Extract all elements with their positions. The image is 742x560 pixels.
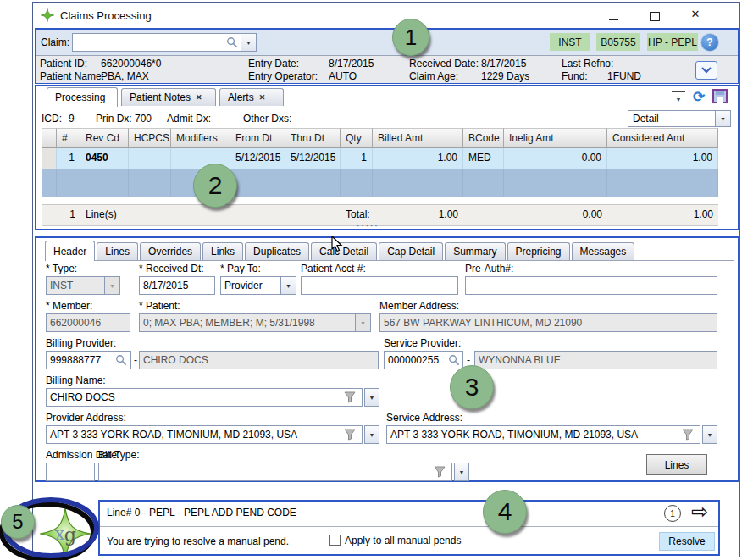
- patient-input[interactable]: [139, 313, 356, 332]
- close-tab-icon[interactable]: ✕: [196, 93, 202, 102]
- close-button[interactable]: ✕: [687, 8, 704, 23]
- minimize-button[interactable]: [606, 8, 623, 23]
- tab-patient-notes[interactable]: Patient Notes✕: [121, 88, 216, 106]
- tab-label: Header: [53, 246, 86, 258]
- claim-input[interactable]: [72, 33, 241, 52]
- row-indicator: [42, 148, 57, 169]
- col-revcd[interactable]: Rev Cd: [80, 128, 129, 148]
- search-icon[interactable]: [115, 354, 127, 366]
- filter-icon[interactable]: [343, 391, 357, 404]
- maximize-button[interactable]: [646, 8, 663, 23]
- col-rowheader[interactable]: [42, 128, 57, 148]
- tab-processing[interactable]: Processing: [47, 87, 118, 107]
- claim-dropdown-button[interactable]: ▼: [241, 33, 257, 52]
- type-dropdown[interactable]: ▼: [105, 276, 120, 295]
- type-input[interactable]: [46, 276, 105, 295]
- admission-date-input[interactable]: [46, 463, 95, 481]
- billing-name-dropdown[interactable]: ▼: [364, 388, 379, 407]
- billing-provider-name-input[interactable]: [139, 351, 379, 369]
- minimize-icon: [609, 19, 618, 20]
- cell-thrudt: 5/12/2015: [285, 148, 341, 169]
- member-input[interactable]: [46, 313, 130, 332]
- type-label: * Type:: [46, 263, 77, 274]
- tab-duplicates[interactable]: Duplicates: [245, 242, 309, 260]
- next-pend-arrow-icon[interactable]: ⇨: [691, 502, 708, 522]
- pay-to-input[interactable]: [220, 276, 281, 295]
- tab-calc-detail[interactable]: Calc Detail: [311, 242, 377, 260]
- tab-lines[interactable]: Lines: [97, 242, 138, 260]
- col-num[interactable]: #: [57, 128, 80, 148]
- chevron-down-icon: ▼: [707, 432, 713, 438]
- service-provider-name-input[interactable]: [474, 351, 717, 369]
- grid-footer-row: 1 Line(s) Total: 1.00 0.00 1.00: [42, 204, 718, 226]
- provider-address-dropdown[interactable]: ▼: [364, 425, 379, 444]
- resolve-button[interactable]: Resolve: [659, 532, 715, 551]
- patient-acct-input[interactable]: [301, 276, 458, 295]
- col-qty[interactable]: Qty: [341, 128, 373, 148]
- patient-dropdown[interactable]: ▼: [356, 313, 371, 332]
- entry-operator-value: AUTO: [329, 70, 357, 82]
- close-tab-icon[interactable]: ✕: [259, 93, 266, 102]
- cell-revcd: 0450: [80, 148, 129, 169]
- tab-label: Patient Notes: [130, 91, 191, 103]
- service-address-input[interactable]: [386, 425, 700, 444]
- member-address-input[interactable]: [379, 313, 717, 332]
- save-icon[interactable]: [712, 89, 728, 103]
- callout-1: 1: [392, 19, 429, 56]
- pre-auth-input[interactable]: [465, 276, 717, 295]
- screen: Claims Processing ✕ Claim: ▼ INST B05755…: [0, 0, 742, 560]
- tab-header[interactable]: Header: [45, 241, 95, 261]
- view-mode-dropdown[interactable]: ▼: [716, 110, 731, 127]
- tab-label: Prepricing: [516, 246, 562, 258]
- filter-icon[interactable]: [433, 465, 446, 479]
- pay-to-dropdown[interactable]: ▼: [281, 276, 296, 295]
- tab-label: Duplicates: [253, 246, 301, 258]
- splitter-handle[interactable]: ·····: [357, 221, 379, 230]
- apply-all-checkbox[interactable]: [329, 535, 341, 546]
- bill-type-dropdown[interactable]: ▼: [454, 463, 469, 481]
- tab-prepricing[interactable]: Prepricing: [507, 242, 570, 260]
- view-mode-input[interactable]: [628, 110, 716, 127]
- col-bcode[interactable]: BCode: [463, 128, 504, 148]
- patient-combo: ▼: [139, 313, 371, 332]
- provider-address-input[interactable]: [46, 425, 363, 444]
- tab-links[interactable]: Links: [202, 242, 243, 260]
- entry-date-label: Entry Date:: [248, 58, 299, 69]
- col-consideredamt[interactable]: Considered Amt: [607, 128, 718, 148]
- search-icon[interactable]: [448, 354, 460, 366]
- chevron-down-icon: ▼: [246, 40, 252, 46]
- col-fromdt[interactable]: From Dt: [230, 128, 285, 148]
- expand-header-button[interactable]: [695, 61, 717, 80]
- filter-icon[interactable]: [343, 428, 357, 441]
- received-dt-input[interactable]: [139, 276, 215, 295]
- table-row[interactable]: 1 0450 5/12/2015 5/12/2015 1 1.00 MED 0.…: [42, 148, 718, 169]
- cell-qty: 1: [341, 148, 373, 169]
- grid-header-row: # Rev Cd HCPCS Modifiers From Dt Thru Dt…: [42, 128, 718, 148]
- billing-name-input[interactable]: [46, 388, 363, 407]
- app-icon: [41, 8, 54, 22]
- footer-lines-label: Line(s): [80, 205, 129, 225]
- col-ineligamt[interactable]: Inelig Amt: [504, 128, 607, 148]
- search-icon[interactable]: [226, 36, 238, 48]
- lines-button[interactable]: Lines: [646, 454, 707, 475]
- tab-summary[interactable]: Summary: [445, 242, 505, 260]
- col-hcpcs[interactable]: HCPCS: [129, 128, 171, 148]
- tab-cap-detail[interactable]: Cap Detail: [379, 242, 443, 260]
- tab-alerts[interactable]: Alerts✕: [219, 88, 284, 106]
- tab-messages[interactable]: Messages: [572, 242, 635, 260]
- refresh-icon[interactable]: ⟳: [689, 87, 708, 106]
- footer-inelig-amt: 0.00: [504, 205, 607, 225]
- grid-empty-area[interactable]: [42, 169, 718, 197]
- help-button[interactable]: ?: [700, 33, 719, 52]
- col-thrudt[interactable]: Thru Dt: [285, 128, 341, 148]
- tab-overrides[interactable]: Overrides: [140, 242, 201, 260]
- filter-icon[interactable]: [681, 428, 695, 441]
- prin-dx-value: 700: [135, 113, 152, 125]
- pin-collapse-icon[interactable]: ▼: [672, 91, 685, 106]
- patient-id-value: 662000046*0: [101, 58, 161, 69]
- service-address-dropdown[interactable]: ▼: [702, 425, 717, 444]
- bill-type-input[interactable]: [98, 463, 452, 481]
- col-billedamt[interactable]: Billed Amt: [373, 128, 463, 148]
- claim-number-badge: B05755: [596, 33, 640, 51]
- col-modifiers[interactable]: Modifiers: [171, 128, 230, 148]
